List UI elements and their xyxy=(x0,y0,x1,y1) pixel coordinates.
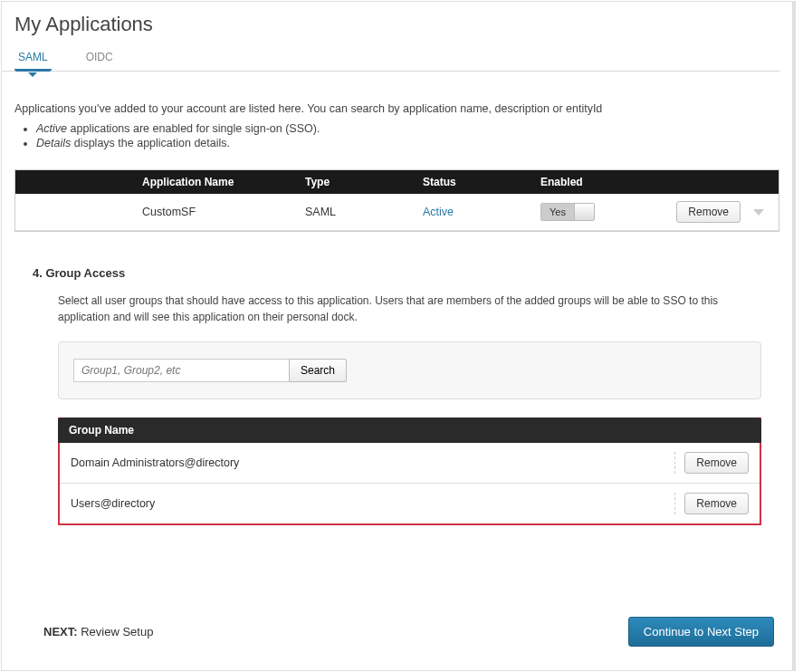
intro-em-active: Active xyxy=(36,122,67,135)
group-name: Users@directory xyxy=(71,497,155,510)
intro-text: Applications you've added to your accoun… xyxy=(14,102,779,115)
expand-row-icon[interactable] xyxy=(753,209,764,216)
group-name: Domain Administrators@directory xyxy=(71,456,239,469)
app-status[interactable]: Active xyxy=(423,206,454,218)
footer: NEXT: Review Setup Continue to Next Step xyxy=(43,617,774,647)
next-step-label: NEXT: Review Setup xyxy=(43,625,153,638)
applications-header: Application Name Type Status Enabled xyxy=(15,170,779,194)
tab-saml[interactable]: SAML xyxy=(14,45,52,71)
app-name: CustomSF xyxy=(15,206,305,218)
tabs: SAML OIDC xyxy=(2,45,779,72)
col-header-type: Type xyxy=(305,176,423,188)
intro-block: Applications you've added to your accoun… xyxy=(2,72,792,158)
col-header-name: Application Name xyxy=(15,176,305,188)
enabled-toggle[interactable]: Yes xyxy=(540,203,595,221)
group-access-heading: 4. Group Access xyxy=(33,266,761,280)
next-text: Review Setup xyxy=(78,625,154,638)
app-type: SAML xyxy=(305,206,423,218)
group-search-button[interactable]: Search xyxy=(289,359,347,382)
group-access-desc: Select all user groups that should have … xyxy=(58,293,761,325)
col-header-status: Status xyxy=(423,176,540,188)
group-access-section: 4. Group Access Select all user groups t… xyxy=(33,266,761,525)
col-header-enabled: Enabled xyxy=(540,176,667,188)
applications-table: Application Name Type Status Enabled Cus… xyxy=(14,169,779,232)
intro-bullet-details: Details displays the application details… xyxy=(36,137,779,149)
page-title: My Applications xyxy=(2,13,792,45)
app-page: My Applications SAML OIDC Applications y… xyxy=(1,1,796,671)
intro-bullet-active: Active applications are enabled for sing… xyxy=(36,122,779,135)
continue-button[interactable]: Continue to Next Step xyxy=(628,617,774,647)
intro-rest-details: displays the application details. xyxy=(71,137,230,149)
remove-group-button[interactable]: Remove xyxy=(684,452,749,474)
toggle-handle[interactable] xyxy=(574,204,594,220)
remove-group-button[interactable]: Remove xyxy=(684,493,749,514)
next-prefix: NEXT: xyxy=(43,625,78,638)
intro-rest-active: applications are enabled for single sign… xyxy=(67,122,320,135)
remove-app-button[interactable]: Remove xyxy=(676,201,741,223)
intro-em-details: Details xyxy=(36,137,71,149)
application-row: CustomSF SAML Active Yes Remove xyxy=(15,194,779,231)
group-row: Domain Administrators@directory Remove xyxy=(60,443,760,484)
group-search-box: Search xyxy=(58,341,761,399)
tab-oidc[interactable]: OIDC xyxy=(82,45,117,71)
group-table-header: Group Name xyxy=(58,418,761,443)
group-table: Group Name Domain Administrators@directo… xyxy=(58,418,761,525)
group-search-input[interactable] xyxy=(73,359,289,382)
group-row: Users@directory Remove xyxy=(60,484,760,523)
toggle-yes-label: Yes xyxy=(541,204,574,220)
